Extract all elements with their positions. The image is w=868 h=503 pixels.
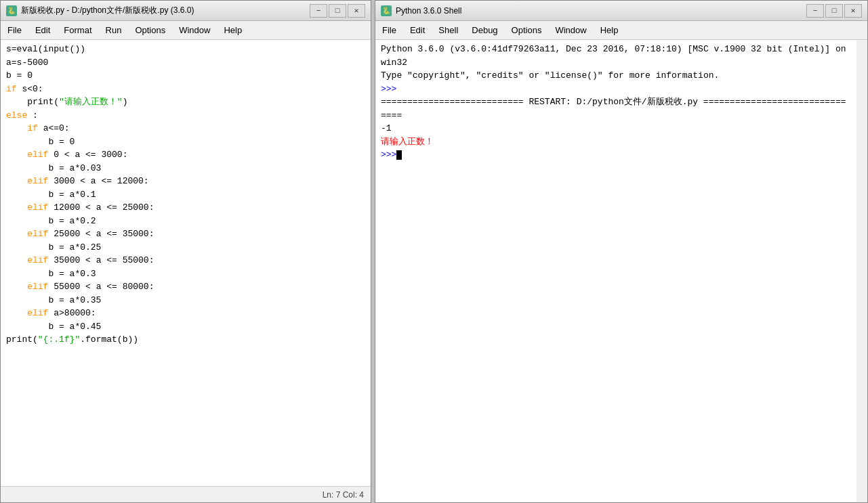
code-line-17: elif 35000 < a <= 55000: — [6, 254, 365, 267]
editor-app-icon: 🐍 — [6, 5, 17, 16]
editor-window-controls: − □ ✕ — [310, 4, 365, 18]
code-line-6: else : — [6, 109, 365, 123]
code-line-19: elif 55000 < a <= 80000: — [6, 280, 365, 294]
shell-close-button[interactable]: ✕ — [844, 4, 862, 18]
shell-output-minus1: -1 — [381, 122, 851, 135]
code-line-13: elif 12000 < a <= 25000: — [6, 201, 365, 215]
shell-version-line: Python 3.6.0 (v3.6.0:41df79263a11, Dec 2… — [381, 43, 851, 69]
shell-title: Python 3.6.0 Shell — [396, 6, 806, 16]
editor-menu-options[interactable]: Options — [128, 22, 172, 38]
shell-menu-window[interactable]: Window — [548, 22, 593, 38]
code-line-21: elif a>80000: — [6, 307, 365, 320]
editor-menu-file[interactable]: File — [1, 22, 28, 38]
shell-scrollbar[interactable] — [856, 40, 867, 502]
code-line-15: elif 25000 < a <= 35000: — [6, 227, 365, 241]
editor-menu-run[interactable]: Run — [99, 22, 129, 38]
code-line-14: b = a*0.2 — [6, 215, 365, 228]
code-line-9: elif 0 < a <= 3000: — [6, 148, 365, 162]
shell-menu-shell[interactable]: Shell — [432, 22, 465, 38]
shell-menu-help[interactable]: Help — [594, 22, 625, 38]
code-line-7: if a<=0: — [6, 122, 365, 135]
shell-window: 🐍 Python 3.6.0 Shell − □ ✕ File Edit She… — [375, 0, 868, 503]
code-line-8: b = 0 — [6, 135, 365, 149]
editor-menu-help[interactable]: Help — [217, 22, 249, 38]
shell-titlebar: 🐍 Python 3.6.0 Shell − □ ✕ — [375, 1, 867, 21]
editor-cursor-position: Ln: 7 Col: 4 — [323, 490, 364, 500]
code-line-18: b = a*0.3 — [6, 267, 365, 281]
editor-maximize-button[interactable]: □ — [329, 4, 346, 18]
shell-menu-file[interactable]: File — [375, 22, 403, 38]
shell-active-prompt[interactable]: >>> — [381, 148, 851, 162]
code-line-11: elif 3000 < a <= 12000: — [6, 175, 365, 188]
editor-minimize-button[interactable]: − — [310, 4, 327, 18]
shell-menu-edit[interactable]: Edit — [403, 22, 432, 38]
code-line-20: b = a*0.35 — [6, 294, 365, 307]
shell-output-area[interactable]: Python 3.6.0 (v3.6.0:41df79263a11, Dec 2… — [375, 40, 856, 502]
editor-code-area[interactable]: s=eval(input()) a=s-5000 b = 0 if s<0: p… — [1, 40, 371, 486]
code-line-22: b = a*0.45 — [6, 320, 365, 334]
editor-menu-window[interactable]: Window — [172, 22, 217, 38]
editor-menu-edit[interactable]: Edit — [28, 22, 57, 38]
shell-content-wrapper: Python 3.6.0 (v3.6.0:41df79263a11, Dec 2… — [375, 40, 867, 502]
editor-titlebar: 🐍 新版税收.py - D:/python文件/新版税收.py (3.6.0) … — [1, 1, 371, 21]
code-line-2: a=s-5000 — [6, 56, 365, 70]
shell-initial-prompt: >>> — [381, 83, 851, 96]
editor-close-button[interactable]: ✕ — [348, 4, 365, 18]
code-line-10: b = a*0.03 — [6, 162, 365, 175]
shell-minimize-button[interactable]: − — [806, 4, 824, 18]
code-line-4: if s<0: — [6, 83, 365, 96]
shell-app-icon: 🐍 — [381, 5, 392, 16]
editor-title: 新版税收.py - D:/python文件/新版税收.py (3.6.0) — [21, 5, 310, 16]
shell-window-controls: − □ ✕ — [806, 4, 862, 18]
code-line-23: print("{:.1f}".format(b)) — [6, 333, 365, 347]
code-line-5: print("请输入正数！") — [6, 95, 365, 109]
shell-separator-equals: ==== — [381, 109, 851, 123]
code-line-16: b = a*0.25 — [6, 241, 365, 255]
shell-menu-debug[interactable]: Debug — [465, 22, 504, 38]
shell-menubar: File Edit Shell Debug Options Window Hel… — [375, 21, 867, 40]
shell-output-msg: 请输入正数！ — [381, 135, 851, 149]
editor-menubar: File Edit Format Run Options Window Help — [1, 21, 371, 40]
shell-info-line: Type "copyright", "credits" or "license(… — [381, 69, 851, 83]
editor-window: 🐍 新版税收.py - D:/python文件/新版税收.py (3.6.0) … — [0, 0, 371, 503]
editor-menu-format[interactable]: Format — [57, 22, 98, 38]
shell-menu-options[interactable]: Options — [505, 22, 549, 38]
code-line-1: s=eval(input()) — [6, 43, 365, 56]
code-line-12: b = a*0.1 — [6, 188, 365, 202]
shell-maximize-button[interactable]: □ — [825, 4, 843, 18]
shell-separator-line: =========================== RESTART: D:/… — [381, 95, 851, 109]
code-line-3: b = 0 — [6, 69, 365, 83]
editor-statusbar: Ln: 7 Col: 4 — [1, 486, 371, 502]
